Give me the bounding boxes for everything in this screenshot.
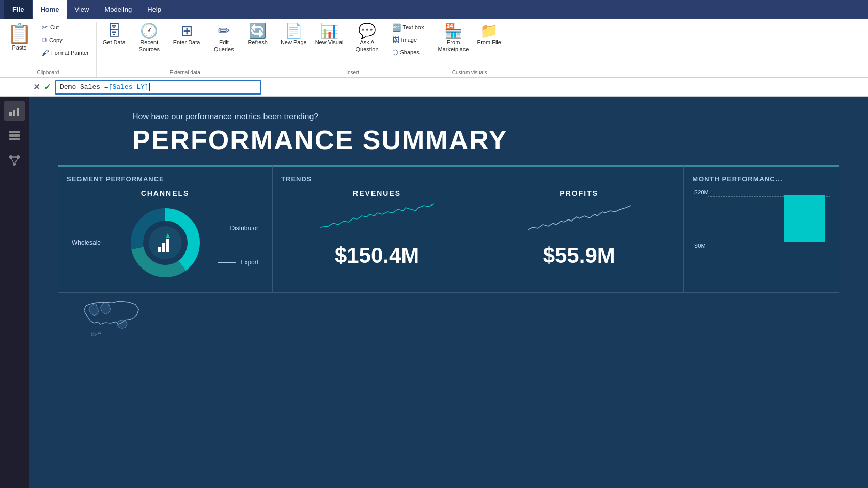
edit-queries-icon: ✏	[218, 24, 230, 38]
ribbon-group-insert: 📄 New Page 📊 New Visual 💬 Ask A Question…	[274, 22, 432, 77]
svg-rect-3	[9, 131, 20, 133]
get-data-icon: 🗄	[107, 24, 121, 38]
donut-chart-container: Wholesale Distributor Export	[67, 201, 264, 284]
clipboard-small-buttons: ✂ Cut ⧉ Copy 🖌 Format Painter	[38, 22, 93, 58]
sidebar-icon-report[interactable]	[4, 101, 25, 121]
new-visual-icon: 📊	[320, 24, 338, 38]
refresh-icon: 🔄	[249, 24, 267, 38]
refresh-button[interactable]: 🔄 Refresh	[244, 22, 271, 59]
paste-icon: 📋	[7, 24, 32, 43]
ribbon-group-clipboard: 📋 Paste ✂ Cut ⧉ Copy 🖌 Format Painter	[0, 22, 97, 77]
svg-rect-20	[166, 239, 169, 252]
copy-icon: ⧉	[42, 36, 47, 44]
paste-button[interactable]: 📋 Paste	[3, 22, 36, 53]
menu-item-home[interactable]: Home	[33, 0, 66, 19]
formula-confirm-button[interactable]: ✓	[44, 82, 51, 92]
svg-rect-2	[17, 108, 19, 116]
distributor-label: Distributor	[205, 225, 258, 232]
svg-rect-4	[9, 134, 20, 137]
segment-performance-title: Segment Performance	[67, 175, 264, 183]
insert-group-label: Insert	[277, 68, 428, 77]
shapes-button[interactable]: ⬡ Shapes	[389, 46, 427, 58]
ask-question-icon: 💬	[358, 24, 376, 38]
formula-cancel-button[interactable]: ✕	[33, 82, 40, 92]
menu-item-view[interactable]: View	[68, 0, 97, 19]
menu-file[interactable]: File	[4, 0, 32, 19]
svg-rect-0	[9, 112, 12, 116]
menu-bar: File Home View Modeling Help	[0, 0, 868, 19]
profits-title: PROFITS	[483, 189, 675, 197]
insert-small-buttons: 🔤 Text box 🖼 Image ⬡ Shapes	[388, 22, 428, 58]
formula-text-plain: Demo Sales =	[60, 83, 109, 91]
text-box-icon: 🔤	[392, 23, 401, 32]
menu-item-modeling[interactable]: Modeling	[97, 0, 139, 19]
image-button[interactable]: 🖼 Image	[389, 34, 427, 45]
svg-rect-18	[158, 247, 161, 252]
month-performance-card: Month Performanc... $20M $0M	[684, 165, 839, 293]
from-marketplace-icon: 🏪	[444, 24, 462, 38]
formula-bar: ✕ ✓ Demo Sales = [Sales LY]	[0, 78, 868, 97]
custom-visuals-group-label: Custom visuals	[435, 68, 504, 77]
format-painter-button[interactable]: 🖌 Format Painter	[39, 47, 92, 58]
svg-point-13	[98, 332, 101, 334]
svg-rect-1	[13, 110, 16, 116]
paste-label: Paste	[12, 44, 26, 51]
profit-value: $55.9M	[483, 243, 675, 268]
revenue-chart	[320, 201, 434, 238]
recent-sources-button[interactable]: 🕐 Recent Sources	[131, 22, 168, 59]
svg-line-11	[14, 157, 18, 164]
menu-item-help[interactable]: Help	[140, 0, 168, 19]
svg-line-10	[11, 157, 14, 164]
ribbon-group-external-data: 🗄 Get Data 🕐 Recent Sources ⊞ Enter Data…	[97, 22, 274, 77]
revenues-title: REVENUES	[281, 189, 473, 197]
channels-title: CHANNELS	[67, 189, 264, 197]
donut-chart	[124, 201, 207, 284]
format-painter-icon: 🖌	[42, 49, 49, 57]
dashboard-header: How have our performance metrics been tr…	[29, 97, 868, 165]
ask-question-button[interactable]: 💬 Ask A Question	[349, 22, 386, 59]
usa-map-icon	[79, 293, 146, 339]
enter-data-button[interactable]: ⊞ Enter Data	[170, 22, 204, 59]
cards-row: Segment Performance CHANNELS	[58, 165, 839, 293]
cut-icon: ✂	[42, 23, 48, 32]
svg-point-12	[91, 333, 97, 336]
from-file-button[interactable]: 📁 From File	[474, 22, 504, 59]
shapes-icon: ⬡	[392, 48, 398, 56]
dashboard: How have our performance metrics been tr…	[29, 97, 868, 488]
recent-sources-icon: 🕐	[140, 24, 158, 38]
profits-chart	[528, 201, 631, 238]
get-data-button[interactable]: 🗄 Get Data	[100, 22, 129, 59]
export-label: Export	[218, 259, 258, 266]
text-box-button[interactable]: 🔤 Text box	[389, 22, 427, 33]
new-page-button[interactable]: 📄 New Page	[277, 22, 310, 59]
edit-queries-button[interactable]: ✏ Edit Queries	[205, 22, 242, 59]
revenues-section: REVENUES $150.4M	[281, 189, 473, 268]
svg-rect-5	[9, 138, 20, 140]
sidebar-icon-data[interactable]	[4, 125, 25, 146]
sidebar-icon-model[interactable]	[4, 150, 25, 171]
cut-button[interactable]: ✂ Cut	[39, 22, 92, 33]
ribbon: 📋 Paste ✂ Cut ⧉ Copy 🖌 Format Painter	[0, 19, 868, 78]
enter-data-icon: ⊞	[181, 24, 193, 38]
trends-inner: REVENUES $150.4M PROFITS	[281, 189, 675, 268]
trends-title: Trends	[281, 175, 675, 183]
formula-text-colored: [Sales LY]	[109, 83, 149, 91]
clipboard-group-label: Clipboard	[3, 68, 93, 77]
segment-performance-card: Segment Performance CHANNELS	[58, 165, 272, 293]
copy-button[interactable]: ⧉ Copy	[39, 34, 92, 46]
svg-rect-19	[162, 243, 165, 252]
value-20m: $20M	[694, 189, 709, 195]
dashboard-subtitle: How have our performance metrics been tr…	[132, 112, 847, 121]
from-file-icon: 📁	[480, 24, 498, 38]
from-marketplace-button[interactable]: 🏪 From Marketplace	[435, 22, 472, 59]
new-visual-button[interactable]: 📊 New Visual	[312, 22, 347, 59]
profits-section: PROFITS $55.9M	[483, 189, 675, 268]
formula-input[interactable]: Demo Sales = [Sales LY]	[55, 80, 261, 95]
left-sidebar	[0, 97, 29, 488]
month-performance-title: Month Performanc...	[692, 175, 830, 183]
month-bar-container: $20M $0M	[692, 189, 830, 251]
app-layout: How have our performance metrics been tr…	[0, 97, 868, 488]
image-icon: 🖼	[392, 36, 399, 44]
ribbon-group-custom-visuals: 🏪 From Marketplace 📁 From File Custom vi…	[431, 22, 507, 77]
main-content: How have our performance metrics been tr…	[29, 97, 868, 488]
